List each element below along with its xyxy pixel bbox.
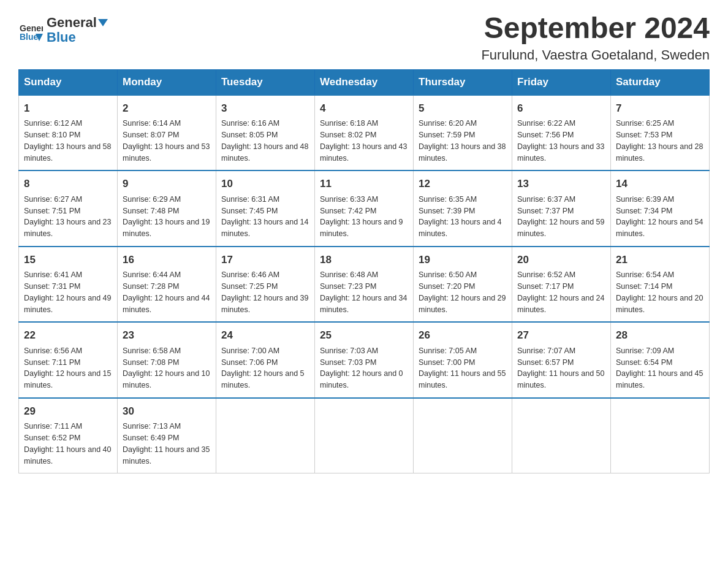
weekday-header-saturday: Saturday — [611, 69, 710, 95]
sun-info: Sunrise: 6:46 AMSunset: 7:25 PMDaylight:… — [221, 269, 309, 315]
calendar-cell: 4Sunrise: 6:18 AMSunset: 8:02 PMDaylight… — [315, 95, 414, 171]
day-number: 12 — [419, 176, 507, 192]
calendar-cell: 27Sunrise: 7:07 AMSunset: 6:57 PMDayligh… — [512, 322, 611, 398]
day-number: 2 — [123, 101, 211, 117]
page-header: General Blue General Blue September 2024… — [18, 12, 710, 63]
calendar-subtitle: Furulund, Vaestra Goetaland, Sweden — [481, 47, 710, 63]
day-number: 22 — [24, 327, 112, 343]
calendar-week-row: 1Sunrise: 6:12 AMSunset: 8:10 PMDaylight… — [19, 95, 710, 171]
calendar-cell — [611, 398, 710, 473]
calendar-cell: 7Sunrise: 6:25 AMSunset: 7:53 PMDaylight… — [611, 95, 710, 171]
sun-info: Sunrise: 6:16 AMSunset: 8:05 PMDaylight:… — [221, 118, 309, 164]
sun-info: Sunrise: 6:25 AMSunset: 7:53 PMDaylight:… — [616, 118, 704, 164]
calendar-cell: 15Sunrise: 6:41 AMSunset: 7:31 PMDayligh… — [19, 247, 118, 323]
calendar-cell: 30Sunrise: 7:13 AMSunset: 6:49 PMDayligh… — [118, 398, 216, 473]
calendar-cell: 21Sunrise: 6:54 AMSunset: 7:14 PMDayligh… — [611, 247, 710, 323]
calendar-cell: 3Sunrise: 6:16 AMSunset: 8:05 PMDaylight… — [216, 95, 315, 171]
calendar-cell: 2Sunrise: 6:14 AMSunset: 8:07 PMDaylight… — [118, 95, 216, 171]
logo: General Blue General Blue — [18, 12, 108, 45]
sun-info: Sunrise: 6:41 AMSunset: 7:31 PMDaylight:… — [24, 269, 112, 315]
day-number: 11 — [320, 176, 408, 192]
calendar-cell: 5Sunrise: 6:20 AMSunset: 7:59 PMDaylight… — [414, 95, 512, 171]
day-number: 9 — [123, 176, 211, 192]
day-number: 13 — [517, 176, 605, 192]
sun-info: Sunrise: 6:27 AMSunset: 7:51 PMDaylight:… — [24, 194, 112, 240]
calendar-week-row: 15Sunrise: 6:41 AMSunset: 7:31 PMDayligh… — [19, 247, 710, 323]
day-number: 3 — [221, 101, 309, 117]
day-number: 8 — [24, 176, 112, 192]
sun-info: Sunrise: 6:20 AMSunset: 7:59 PMDaylight:… — [419, 118, 507, 164]
sun-info: Sunrise: 6:44 AMSunset: 7:28 PMDaylight:… — [123, 269, 211, 315]
sun-info: Sunrise: 7:05 AMSunset: 7:00 PMDaylight:… — [419, 345, 507, 391]
calendar-cell — [315, 398, 414, 473]
calendar-week-row: 22Sunrise: 6:56 AMSunset: 7:11 PMDayligh… — [19, 322, 710, 398]
day-number: 23 — [123, 327, 211, 343]
sun-info: Sunrise: 6:29 AMSunset: 7:48 PMDaylight:… — [123, 194, 211, 240]
calendar-cell: 18Sunrise: 6:48 AMSunset: 7:23 PMDayligh… — [315, 247, 414, 323]
day-number: 1 — [24, 101, 112, 117]
calendar-cell: 19Sunrise: 6:50 AMSunset: 7:20 PMDayligh… — [414, 247, 512, 323]
sun-info: Sunrise: 6:48 AMSunset: 7:23 PMDaylight:… — [320, 269, 408, 315]
day-number: 27 — [517, 327, 605, 343]
day-number: 26 — [419, 327, 507, 343]
sun-info: Sunrise: 6:37 AMSunset: 7:37 PMDaylight:… — [517, 194, 605, 240]
day-number: 14 — [616, 176, 704, 192]
calendar-week-row: 29Sunrise: 7:11 AMSunset: 6:52 PMDayligh… — [19, 398, 710, 473]
day-number: 16 — [123, 252, 211, 268]
calendar-cell: 6Sunrise: 6:22 AMSunset: 7:56 PMDaylight… — [512, 95, 611, 171]
calendar-table: SundayMondayTuesdayWednesdayThursdayFrid… — [18, 69, 710, 474]
calendar-cell — [512, 398, 611, 473]
calendar-title-area: September 2024 Furulund, Vaestra Goetala… — [481, 12, 710, 63]
sun-info: Sunrise: 7:00 AMSunset: 7:06 PMDaylight:… — [221, 345, 309, 391]
calendar-cell — [414, 398, 512, 473]
calendar-cell: 11Sunrise: 6:33 AMSunset: 7:42 PMDayligh… — [315, 170, 414, 247]
calendar-cell: 26Sunrise: 7:05 AMSunset: 7:00 PMDayligh… — [414, 322, 512, 398]
day-number: 10 — [221, 176, 309, 192]
day-number: 17 — [221, 252, 309, 268]
logo-icon: General Blue — [18, 18, 43, 42]
sun-info: Sunrise: 6:14 AMSunset: 8:07 PMDaylight:… — [123, 118, 211, 164]
day-number: 30 — [123, 404, 211, 419]
calendar-cell: 20Sunrise: 6:52 AMSunset: 7:17 PMDayligh… — [512, 247, 611, 323]
weekday-header-sunday: Sunday — [19, 69, 118, 95]
sun-info: Sunrise: 6:58 AMSunset: 7:08 PMDaylight:… — [123, 345, 211, 391]
sun-info: Sunrise: 6:33 AMSunset: 7:42 PMDaylight:… — [320, 194, 408, 240]
sun-info: Sunrise: 7:03 AMSunset: 7:03 PMDaylight:… — [320, 345, 408, 391]
day-number: 5 — [419, 101, 507, 117]
weekday-header-wednesday: Wednesday — [315, 69, 414, 95]
calendar-cell: 12Sunrise: 6:35 AMSunset: 7:39 PMDayligh… — [414, 170, 512, 247]
day-number: 4 — [320, 101, 408, 117]
day-number: 21 — [616, 252, 704, 268]
sun-info: Sunrise: 7:07 AMSunset: 6:57 PMDaylight:… — [517, 345, 605, 391]
day-number: 25 — [320, 327, 408, 343]
day-number: 19 — [419, 252, 507, 268]
day-number: 15 — [24, 252, 112, 268]
calendar-title: September 2024 — [481, 12, 710, 45]
weekday-header-row: SundayMondayTuesdayWednesdayThursdayFrid… — [19, 69, 710, 95]
svg-text:Blue: Blue — [20, 32, 39, 42]
calendar-cell: 13Sunrise: 6:37 AMSunset: 7:37 PMDayligh… — [512, 170, 611, 247]
sun-info: Sunrise: 7:09 AMSunset: 6:54 PMDaylight:… — [616, 345, 704, 391]
day-number: 7 — [616, 101, 704, 117]
calendar-cell: 24Sunrise: 7:00 AMSunset: 7:06 PMDayligh… — [216, 322, 315, 398]
weekday-header-friday: Friday — [512, 69, 611, 95]
sun-info: Sunrise: 6:54 AMSunset: 7:14 PMDaylight:… — [616, 269, 704, 315]
calendar-week-row: 8Sunrise: 6:27 AMSunset: 7:51 PMDaylight… — [19, 170, 710, 247]
calendar-cell: 23Sunrise: 6:58 AMSunset: 7:08 PMDayligh… — [118, 322, 216, 398]
sun-info: Sunrise: 6:35 AMSunset: 7:39 PMDaylight:… — [419, 194, 507, 240]
sun-info: Sunrise: 6:52 AMSunset: 7:17 PMDaylight:… — [517, 269, 605, 315]
sun-info: Sunrise: 7:13 AMSunset: 6:49 PMDaylight:… — [123, 421, 211, 467]
calendar-cell: 8Sunrise: 6:27 AMSunset: 7:51 PMDaylight… — [19, 170, 118, 247]
calendar-cell: 28Sunrise: 7:09 AMSunset: 6:54 PMDayligh… — [611, 322, 710, 398]
day-number: 29 — [24, 404, 112, 419]
day-number: 20 — [517, 252, 605, 268]
calendar-cell: 29Sunrise: 7:11 AMSunset: 6:52 PMDayligh… — [19, 398, 118, 473]
calendar-cell: 25Sunrise: 7:03 AMSunset: 7:03 PMDayligh… — [315, 322, 414, 398]
sun-info: Sunrise: 6:18 AMSunset: 8:02 PMDaylight:… — [320, 118, 408, 164]
day-number: 6 — [517, 101, 605, 117]
day-number: 18 — [320, 252, 408, 268]
calendar-cell: 10Sunrise: 6:31 AMSunset: 7:45 PMDayligh… — [216, 170, 315, 247]
sun-info: Sunrise: 6:12 AMSunset: 8:10 PMDaylight:… — [24, 118, 112, 164]
calendar-cell: 9Sunrise: 6:29 AMSunset: 7:48 PMDaylight… — [118, 170, 216, 247]
sun-info: Sunrise: 6:56 AMSunset: 7:11 PMDaylight:… — [24, 345, 112, 391]
